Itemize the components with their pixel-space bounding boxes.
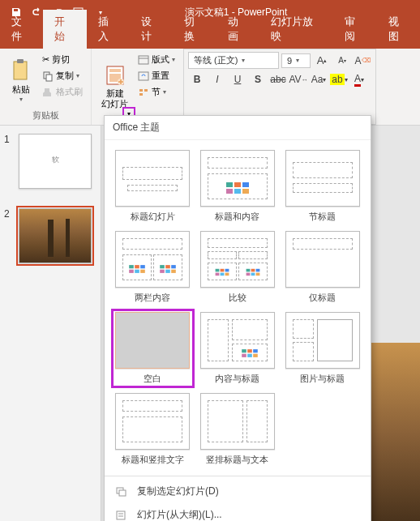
bold-button[interactable]: B (188, 71, 206, 88)
new-slide-button[interactable]: 新建 幻灯片 ▾ (96, 52, 133, 122)
char-spacing-button[interactable]: AV↔ (289, 71, 307, 88)
copy-icon (42, 70, 54, 82)
ribbon: 粘贴 ▾ ✂剪切 复制▾ 格式刷 剪贴板 新建 幻灯片 ▾ 版式▾ 重置 节▾ (0, 49, 420, 126)
copy-button[interactable]: 复制▾ (39, 68, 86, 83)
tab-view[interactable]: 视图 (377, 10, 420, 49)
slides-from-outline-item[interactable]: 幻灯片(从大纲)(L)... (105, 503, 371, 521)
layout-two-content[interactable]: 两栏内容 (113, 229, 193, 305)
font-name-select[interactable]: 等线 (正文)▾ (188, 52, 279, 69)
tab-insert[interactable]: 插入 (87, 10, 130, 49)
clipboard-group: 粘贴 ▾ ✂剪切 复制▾ 格式刷 剪贴板 (0, 49, 92, 125)
tab-review[interactable]: 审阅 (333, 10, 376, 49)
svg-rect-9 (139, 56, 148, 64)
change-case-button[interactable]: Aa▾ (310, 71, 328, 88)
svg-rect-17 (117, 511, 125, 519)
svg-rect-2 (17, 59, 24, 63)
tab-file[interactable]: 文件 (0, 10, 43, 49)
italic-button[interactable]: I (208, 71, 226, 88)
layout-title-only[interactable]: 仅标题 (282, 229, 362, 305)
layout-content-caption[interactable]: 内容与标题 (198, 310, 278, 386)
tab-home[interactable]: 开始 (43, 10, 86, 49)
layout-title-vertical-text[interactable]: 标题和竖排文字 (113, 391, 193, 468)
layout-comparison[interactable]: 比较 (198, 229, 278, 305)
svg-rect-11 (139, 72, 148, 80)
layout-button[interactable]: 版式▾ (135, 52, 178, 67)
duplicate-slides-item[interactable]: 复制选定幻灯片(D) (105, 480, 371, 503)
tab-slideshow[interactable]: 幻灯片放映 (259, 10, 333, 49)
highlight-button[interactable]: ab▾ (330, 71, 348, 88)
thumbnail-row: 1 软 (4, 134, 96, 189)
grow-font-icon[interactable]: A▴ (313, 53, 331, 69)
slide-thumbnails-panel[interactable]: 1 软 2 (0, 126, 101, 521)
layout-icon (138, 55, 149, 65)
scissors-icon: ✂ (42, 54, 49, 65)
font-color-button[interactable]: A▾ (350, 71, 368, 88)
section-icon (138, 88, 149, 97)
clipboard-group-label: 剪贴板 (5, 108, 86, 122)
reset-icon (138, 71, 149, 81)
shadow-button[interactable]: S (249, 71, 267, 88)
svg-rect-13 (139, 93, 143, 96)
clear-formatting-icon[interactable]: A⌫ (354, 53, 371, 69)
layout-picture-caption[interactable]: 图片与标题 (282, 310, 362, 386)
font-size-select[interactable]: 9▾ (281, 53, 311, 68)
svg-rect-1 (14, 62, 27, 79)
thumbnail-slide-2[interactable] (19, 208, 92, 263)
svg-rect-6 (109, 69, 121, 72)
layout-vertical-title-text[interactable]: 竖排标题与文本 (198, 391, 278, 468)
ribbon-tabs: 文件 开始 插入 设计 切换 动画 幻灯片放映 审阅 视图 (0, 24, 420, 49)
shrink-font-icon[interactable]: A▾ (333, 53, 351, 69)
font-group: 等线 (正文)▾ 9▾ A▴ A▾ A⌫ B I U S abc AV↔ Aa▾… (183, 49, 376, 125)
thumbnail-row: 2 (4, 208, 96, 263)
dropdown-header: Office 主题 (105, 116, 371, 140)
tab-transitions[interactable]: 切换 (173, 10, 216, 49)
svg-rect-14 (144, 89, 148, 92)
slide-number: 2 (4, 208, 14, 263)
layout-grid: 标题幻灯片 标题和内容 节标题 两栏内容 比较 仅标题 空白 内 (105, 140, 371, 476)
tab-design[interactable]: 设计 (130, 10, 173, 49)
svg-rect-16 (119, 490, 126, 496)
section-button[interactable]: 节▾ (135, 84, 178, 100)
strikethrough-button[interactable]: abc (269, 71, 287, 88)
slide-number: 1 (4, 134, 14, 189)
layout-title-content[interactable]: 标题和内容 (198, 148, 278, 224)
paste-label: 粘贴 (12, 83, 30, 96)
format-painter-button[interactable]: 格式刷 (39, 84, 86, 100)
layout-title-slide[interactable]: 标题幻灯片 (113, 148, 193, 224)
svg-rect-4 (46, 75, 52, 81)
slides-group: 新建 幻灯片 ▾ 版式▾ 重置 节▾ (92, 49, 183, 125)
thumbnail-slide-1[interactable]: 软 (19, 134, 92, 189)
reset-button[interactable]: 重置 (135, 68, 178, 83)
paste-button[interactable]: 粘贴 ▾ (5, 52, 37, 108)
layout-blank[interactable]: 空白 (113, 310, 193, 386)
new-slide-dropdown: Office 主题 标题幻灯片 标题和内容 节标题 两栏内容 比较 仅标题 (104, 115, 371, 521)
brush-icon (42, 87, 54, 98)
duplicate-icon (114, 485, 129, 498)
slide-image (371, 343, 420, 521)
cut-button[interactable]: ✂剪切 (39, 52, 86, 67)
dropdown-footer: 复制选定幻灯片(D) 幻灯片(从大纲)(L)... 重用幻灯片(R)... (105, 476, 371, 521)
tab-animations[interactable]: 动画 (216, 10, 259, 49)
svg-rect-12 (139, 89, 143, 92)
outline-icon (114, 509, 129, 522)
underline-button[interactable]: U (229, 71, 246, 88)
layout-section-header[interactable]: 节标题 (282, 148, 362, 224)
